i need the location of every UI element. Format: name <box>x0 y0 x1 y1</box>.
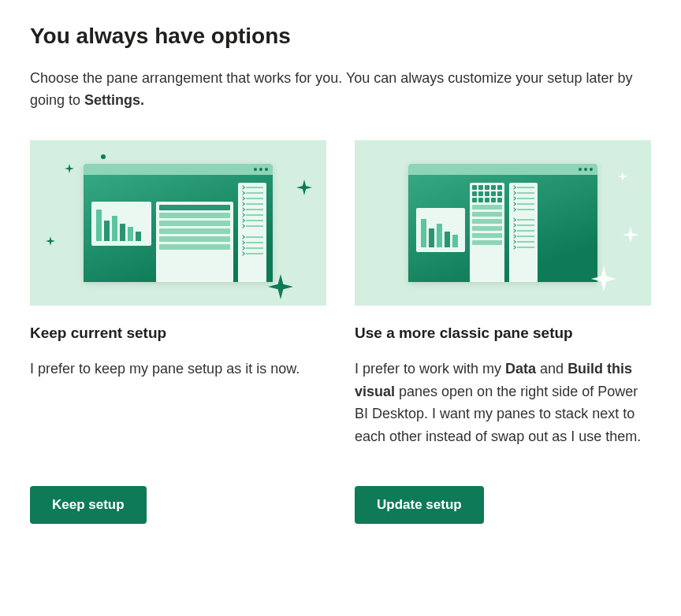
app-titlebar <box>84 164 273 175</box>
desc-part: I prefer to work with my <box>355 361 505 377</box>
sparkle-icon <box>591 266 616 291</box>
app-titlebar <box>408 164 597 175</box>
side-pane-slim-icon <box>509 183 538 282</box>
option-title-classic: Use a more classic pane setup <box>355 325 651 342</box>
decorative-dot-icon <box>101 154 106 159</box>
description-settings-word: Settings. <box>84 92 144 108</box>
option-desc-classic: I prefer to work with my Data and Build … <box>355 358 651 448</box>
button-row: Keep setup Update setup <box>30 486 651 524</box>
update-setup-button[interactable]: Update setup <box>355 486 484 524</box>
chart-panel-icon <box>416 208 465 252</box>
option-title-keep: Keep current setup <box>30 325 326 342</box>
page-description: Choose the pane arrangement that works f… <box>30 68 651 112</box>
window-control-icon <box>584 168 587 171</box>
side-pane-slim-icon <box>238 183 266 282</box>
sparkle-icon <box>268 274 293 299</box>
option-desc-keep: I prefer to keep my pane setup as it is … <box>30 358 326 380</box>
app-window-mockup <box>408 164 597 282</box>
option-classic-setup: Use a more classic pane setup I prefer t… <box>355 140 651 448</box>
app-window-mockup <box>84 164 273 282</box>
illustration-classic-setup <box>355 140 651 306</box>
sparkle-icon <box>623 227 638 243</box>
chart-panel-icon <box>91 202 151 246</box>
keep-setup-button[interactable]: Keep setup <box>30 486 147 524</box>
window-control-icon <box>590 168 593 171</box>
sparkle-icon <box>46 235 55 244</box>
desc-part: and <box>536 361 568 377</box>
app-body <box>84 175 273 282</box>
window-control-icon <box>254 168 257 171</box>
window-control-icon <box>259 168 262 171</box>
app-body <box>408 175 597 282</box>
desc-bold-data: Data <box>505 361 536 377</box>
illustration-keep-current <box>30 140 326 306</box>
desc-part: panes open on the right side of Power BI… <box>355 384 641 445</box>
page-title: You always have options <box>30 24 651 49</box>
sparkle-icon <box>618 170 627 180</box>
window-control-icon <box>265 168 268 171</box>
side-pane-icon <box>156 202 233 282</box>
sparkle-icon <box>65 162 74 172</box>
options-row: Keep current setup I prefer to keep my p… <box>30 140 651 448</box>
visual-grid-pane-icon <box>470 183 504 282</box>
sparkle-icon <box>296 180 312 195</box>
window-control-icon <box>579 168 582 171</box>
option-keep-current: Keep current setup I prefer to keep my p… <box>30 140 326 448</box>
